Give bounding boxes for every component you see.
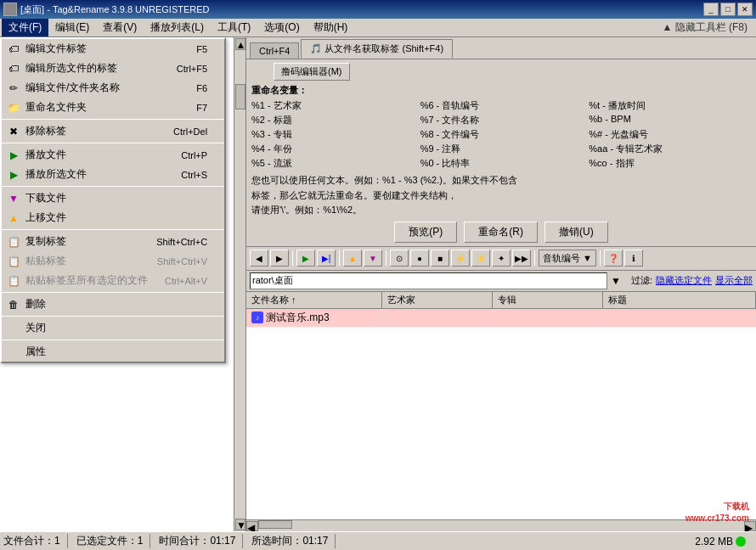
preview-button[interactable]: 预览(P) [394,222,457,243]
menu-playlist[interactable]: 播放列表(L) [144,19,211,36]
horizontal-scrollbar[interactable]: ◀ ▶ [246,519,756,531]
tb-rect[interactable]: ■ [431,250,449,267]
menu-download[interactable]: ▼ 下载文件 [2,188,224,208]
var-7: %7 - 文件名称 [420,114,583,126]
tb-dot[interactable]: ● [410,250,429,267]
file-size: 2.92 MB [695,536,733,547]
col-title[interactable]: 标题 [603,292,756,308]
menu-play-file[interactable]: ▶ 播放文件 Ctrl+P [2,145,224,165]
hscroll-left[interactable]: ◀ [246,521,258,531]
var-b: %b - BPM [589,114,751,126]
tab-ctrl-f4[interactable]: Ctrl+F4 [250,42,299,59]
info-text: 您也可以使用任何文本。例如：%1 - %3 (%2.)。如果文件不包含 标签，那… [251,173,751,218]
var-8: %8 - 文件编号 [420,128,583,141]
show-all-link[interactable]: 显示全部 [715,274,753,287]
file-dropdown-menu: 🏷 编辑文件标签 F5 🏷 编辑所选文件的标签 Ctrl+F5 ✏ 编辑文件/文… [0,37,226,363]
menu-help[interactable]: 帮助(H) [307,19,355,36]
file-list: ♪ 测试音乐.mp3 [246,309,756,519]
status-indicator [736,536,746,547]
hscroll-track[interactable] [258,520,744,531]
tb-down[interactable]: ▼ [364,250,382,267]
track-label: 音轨编号 ▼ [543,252,592,265]
toolbar-toggle[interactable]: ▲ 隐藏工具栏 (F8) [662,20,754,35]
file-album-cell [493,316,603,319]
menu-edit-selected-tags[interactable]: 🏷 编辑所选文件的标签 Ctrl+F5 [2,59,224,78]
scroll-down[interactable]: ▼ [235,519,245,530]
tb-bolt[interactable]: ⚡ [451,250,470,267]
tb-back[interactable]: ◀ [250,250,268,267]
col-filename[interactable]: 文件名称 ↑ [246,292,382,308]
upload-icon: ▲ [7,211,20,225]
tb-forward[interactable]: ▶ [270,250,289,267]
menu-edit-tag[interactable]: 🏷 编辑文件标签 F5 [2,39,224,59]
tb-skip[interactable]: ▶▶ [512,250,531,267]
codec-row: 撸码编辑器(M) [251,63,751,81]
codec-editor-button[interactable]: 撸码编辑器(M) [274,63,350,81]
menu-options[interactable]: 选项(O) [257,19,306,36]
close-button[interactable]: ✕ [737,3,753,16]
tb-info[interactable]: ℹ [624,250,643,267]
tb-play[interactable]: ▶ [296,250,315,267]
track-number-dropdown[interactable]: 音轨编号 ▼ [539,250,596,267]
sep4 [534,250,535,266]
total-files-segment: 文件合计：1 [3,534,68,548]
menu-file[interactable]: 文件(F) [2,19,48,36]
menu-view[interactable]: 查看(V) [96,19,144,36]
menu-copy-tag[interactable]: 📋 复制标签 Shift+Ctrl+C [2,232,224,251]
tree-scrollbar[interactable]: ▲ ▼ [234,37,245,531]
total-time-segment: 时间合计：01:17 [159,534,243,548]
file-name-cell: ♪ 测试音乐.mp3 [246,309,382,327]
tb-circle[interactable]: ⊙ [390,250,409,267]
menu-remove-tag[interactable]: ✖ 移除标签 Ctrl+Del [2,121,224,141]
path-input[interactable] [250,272,607,289]
sep5 [600,250,601,266]
var-2: %2 - 标题 [251,114,414,126]
hscroll-thumb[interactable] [258,520,292,529]
tab-from-filename[interactable]: 🎵 从文件名获取标签 (Shift+F4) [301,39,453,59]
menu-bar: 文件(F) 编辑(E) 查看(V) 播放列表(L) 工具(T) 选项(O) 帮助… [0,19,756,37]
scroll-thumb[interactable] [235,84,245,109]
tab-bar: Ctrl+F4 🎵 从文件名获取标签 (Shift+F4) [246,37,756,59]
file-panel: 文件名称 ↑ 艺术家 专辑 标题 ♪ 测试音乐.mp3 ◀ ▶ [246,292,756,531]
edit-filename-icon: ✏ [7,81,20,95]
vars-grid: %1 - 艺术家 %6 - 音轨编号 %t - 播放时间 %2 - 标题 %7 … [251,99,751,170]
props-icon [7,345,20,359]
menu-close[interactable]: 关闭 [2,318,224,338]
menu-play-selected[interactable]: ▶ 播放所选文件 Ctrl+S [2,165,224,184]
hide-selected-link[interactable]: 隐藏选定文件 [656,274,712,287]
total-files: 文件合计：1 [3,534,60,548]
maximize-button[interactable]: □ [720,3,736,16]
title-text: [桌面] - Tag&Rename 3.9.8 UNREGISTERED [20,3,210,16]
var-aa: %aa - 专辑艺术家 [589,143,751,155]
undo-button[interactable]: 撤销(U) [544,222,608,243]
minimize-button[interactable]: _ [703,3,719,16]
watermark: 下载机www.cr173.com [685,501,749,525]
menu-upload[interactable]: ▲ 上移文件 [2,208,224,227]
col-artist[interactable]: 艺术家 [382,292,493,308]
menu-properties[interactable]: 属性 [2,342,224,362]
download-icon: ▼ [7,192,20,205]
file-row[interactable]: ♪ 测试音乐.mp3 [246,309,756,328]
menu-delete[interactable]: 🗑 删除 [2,295,224,314]
file-title-cell [603,316,756,319]
menu-edit[interactable]: 编辑(E) [48,19,96,36]
file-name: 测试音乐.mp3 [266,311,330,325]
tb-star[interactable]: ✦ [492,250,511,267]
total-time: 时间合计：01:17 [159,534,235,548]
separator-7 [2,340,224,340]
app-icon [3,3,17,16]
tb-up[interactable]: ▲ [343,250,362,267]
tb-help[interactable]: ❓ [604,250,623,267]
tb-playback[interactable]: ▶| [317,250,336,267]
tb-bolt2[interactable]: ⚡ [471,250,490,267]
scroll-up[interactable]: ▲ [235,38,245,50]
menu-rename-folder[interactable]: 📁 重命名文件夹 F7 [2,98,224,117]
path-dropdown-icon[interactable]: ▼ [611,275,621,287]
selected-time: 所选时间：01:17 [251,534,328,548]
menu-edit-filename[interactable]: ✏ 编辑文件/文件夹名称 F6 [2,78,224,98]
separator-5 [2,292,224,293]
rename-button[interactable]: 重命名(R) [464,222,538,243]
menu-tools[interactable]: 工具(T) [211,19,257,36]
col-album[interactable]: 专辑 [493,292,603,308]
remove-tag-icon: ✖ [7,125,20,138]
